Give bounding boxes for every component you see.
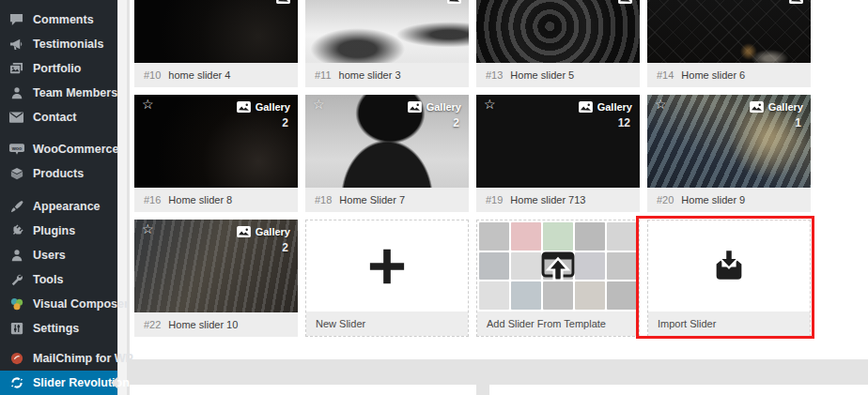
slider-name: Home slider 713	[510, 194, 585, 205]
sidebar-item-appearance[interactable]: Appearance	[0, 194, 117, 219]
sidebar-item-contact[interactable]: Contact	[0, 105, 117, 129]
sidebar-item-slider-revolution[interactable]: Slider Revolution	[0, 371, 117, 395]
scrollbar[interactable]	[118, 0, 127, 395]
gallery-icon	[237, 101, 251, 113]
sidebar-item-team-members[interactable]: Team Members	[0, 81, 117, 105]
slider-card-footer: #19 Home slider 713	[476, 188, 640, 212]
svg-text:woo: woo	[10, 145, 22, 151]
window-upload-icon	[541, 251, 575, 281]
slider-card[interactable]: ☆ Gallery 2 #16 Home slider 8	[134, 95, 298, 212]
gallery-badge-label: Gallery	[597, 101, 632, 113]
sidebar-item-mailchimp[interactable]: MailChimp for WP	[0, 346, 117, 371]
gallery-icon	[276, 0, 290, 4]
slider-list-panel: #10 home slider 4 #11 home slider 3	[130, 0, 868, 359]
slider-id: #18	[315, 194, 332, 205]
slider-card[interactable]: #11 home slider 3	[305, 0, 469, 87]
brush-icon	[8, 200, 24, 213]
sidebar-item-settings[interactable]: Settings	[0, 316, 117, 341]
slider-revolution-icon	[8, 376, 24, 389]
gallery-count: 12	[618, 116, 630, 129]
sidebar-item-label: WooCommerce	[33, 143, 118, 156]
sidebar-item-tools[interactable]: Tools	[0, 267, 117, 292]
slider-thumbnail[interactable]: ☆ Gallery 12	[476, 95, 640, 188]
slider-card[interactable]: ☆ Gallery 2 #18 Home Slider 7	[305, 95, 469, 212]
bottom-left-panel	[130, 385, 476, 395]
gallery-badge	[789, 0, 803, 4]
slider-name: Home slider 6	[681, 69, 745, 81]
sidebar-item-testimonials[interactable]: Testimonials	[0, 32, 117, 56]
slider-card[interactable]: #13 Home slider 5	[476, 0, 640, 87]
action-label: Add Slider From Template	[487, 318, 606, 329]
favorite-star-icon[interactable]: ☆	[484, 98, 496, 111]
slider-card-footer: #14 Home slider 6	[647, 63, 811, 87]
import-slider-button[interactable]: Import Slider	[647, 220, 811, 337]
template-icon-area[interactable]	[477, 220, 639, 311]
slider-thumbnail[interactable]	[647, 0, 811, 63]
slider-thumbnail[interactable]: ☆ Gallery 2	[305, 95, 469, 188]
action-label: Import Slider	[658, 318, 716, 329]
sidebar-item-label: Comments	[33, 13, 94, 26]
favorite-star-icon[interactable]: ☆	[655, 98, 667, 111]
favorite-star-icon[interactable]: ☆	[142, 222, 154, 235]
user-icon	[8, 249, 24, 262]
gallery-badge	[618, 0, 632, 4]
slider-grid-row: #10 home slider 4 #11 home slider 3	[134, 0, 868, 87]
slider-name: home slider 3	[339, 69, 401, 81]
slider-thumbnail[interactable]	[476, 0, 640, 63]
slider-card[interactable]: #14 Home slider 6	[647, 0, 811, 87]
slider-card[interactable]: ☆ Gallery 2 #22 Home slider 10	[134, 220, 298, 337]
gallery-icon	[579, 101, 593, 113]
woocommerce-icon: woo	[8, 144, 24, 155]
sidebar-item-visual-composer[interactable]: Visual Composer	[0, 292, 117, 316]
sidebar-item-label: Team Members	[33, 86, 117, 99]
add-slider-from-template-button[interactable]: Add Slider From Template	[476, 220, 640, 337]
gallery-badge: Gallery	[237, 101, 290, 113]
gallery-icon	[618, 0, 632, 4]
action-card-footer: Add Slider From Template	[477, 311, 639, 336]
sidebar-item-woocommerce[interactable]: woo WooCommerce	[0, 137, 117, 161]
plug-icon	[8, 224, 24, 237]
sidebar-item-comments[interactable]: Comments	[0, 8, 117, 32]
slider-thumbnail[interactable]: ☆ Gallery 1	[647, 95, 811, 188]
slider-id: #16	[144, 194, 161, 205]
slider-name: Home slider 8	[168, 194, 232, 205]
gallery-icon	[408, 101, 422, 113]
gallery-icon	[750, 101, 764, 113]
favorite-star-icon[interactable]: ☆	[313, 98, 325, 111]
slider-name: Home slider 10	[168, 319, 238, 330]
gallery-count: 2	[282, 241, 288, 254]
slider-thumbnail[interactable]	[305, 0, 469, 63]
new-slider-button[interactable]: New Slider	[305, 220, 469, 337]
slider-name: Home slider 5	[510, 69, 574, 81]
sidebar-item-users[interactable]: Users	[0, 243, 117, 267]
slider-card[interactable]: ☆ Gallery 12 #19 Home slider 713	[476, 95, 640, 212]
slider-thumbnail[interactable]	[134, 0, 298, 63]
slider-card[interactable]: ☆ Gallery 1 #20 Home slider 9	[647, 95, 811, 212]
action-card-footer: Import Slider	[648, 311, 810, 336]
gallery-icon	[447, 0, 461, 4]
action-label: New Slider	[316, 318, 365, 329]
sidebar-item-label: Products	[33, 167, 84, 180]
sidebar-item-products[interactable]: Products	[0, 161, 117, 186]
gallery-badge-label: Gallery	[426, 101, 461, 113]
envelope-icon	[8, 112, 24, 123]
sidebar-item-label: Tools	[33, 273, 63, 286]
portfolio-icon	[8, 62, 24, 75]
sidebar-item-label: Plugins	[33, 224, 75, 237]
sidebar-item-plugins[interactable]: Plugins	[0, 219, 117, 243]
new-slider-icon-area[interactable]	[306, 220, 468, 311]
wrench-icon	[8, 273, 24, 286]
gallery-icon	[237, 226, 251, 237]
sidebar-item-label: MailChimp for WP	[33, 352, 133, 365]
slider-id: #19	[486, 194, 503, 205]
slider-card[interactable]: #10 home slider 4	[134, 0, 298, 87]
favorite-star-icon[interactable]: ☆	[142, 98, 154, 111]
import-icon-area[interactable]	[648, 220, 810, 311]
person-badge-icon	[8, 86, 24, 99]
slider-thumbnail[interactable]: ☆ Gallery 2	[134, 220, 298, 312]
slider-id: #14	[657, 69, 674, 81]
slider-thumbnail[interactable]: ☆ Gallery 2	[134, 95, 298, 188]
gallery-badge-label: Gallery	[256, 101, 290, 113]
sidebar-item-portfolio[interactable]: Portfolio	[0, 56, 117, 81]
slider-grid-row: ☆ Gallery 2 #16 Home slider 8 ☆	[134, 95, 868, 212]
